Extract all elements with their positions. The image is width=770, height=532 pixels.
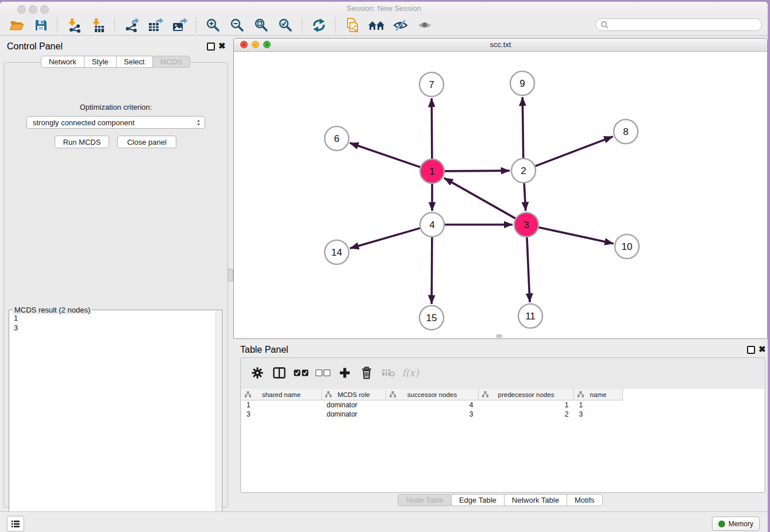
minimize-window-light[interactable] — [29, 5, 37, 14]
import-network-icon[interactable] — [64, 17, 84, 34]
column-header-predecessor_nodes[interactable]: predecessor nodes — [479, 389, 574, 400]
hide-selected-icon[interactable] — [391, 17, 410, 34]
memory-button[interactable]: Memory — [712, 516, 760, 531]
graph-node-label-15: 15 — [426, 313, 437, 323]
save-session-icon[interactable] — [31, 17, 51, 34]
zoom-window-light[interactable] — [40, 5, 49, 14]
graph-edge-4-14[interactable] — [350, 228, 420, 248]
graph-edge-2-8[interactable] — [536, 137, 613, 167]
table-cell-successor_nodes[interactable]: 3 — [386, 410, 479, 419]
graph-edge-1-6[interactable] — [350, 143, 420, 167]
close-panel-button[interactable]: Close panel — [117, 136, 176, 148]
node-table-area: shared nameMCDS rolesuccessor nodesprede… — [241, 389, 764, 492]
control-panel-tabs: NetworkStyleSelectMCDS — [0, 56, 232, 68]
graph-edge-1-2[interactable] — [445, 171, 510, 171]
maximize-view-icon[interactable]: + — [263, 41, 271, 48]
select-all-columns-icon[interactable] — [290, 364, 312, 381]
close-table-panel-icon[interactable]: ✖ — [759, 346, 765, 353]
deselect-all-columns-icon[interactable] — [312, 364, 334, 381]
graph-edge-1-7[interactable] — [432, 98, 432, 159]
create-column-icon[interactable] — [334, 364, 356, 381]
memory-label: Memory — [729, 520, 753, 528]
export-table-icon[interactable] — [146, 17, 165, 34]
table-cell-name[interactable]: 3 — [574, 410, 623, 419]
graph-edge-4-15[interactable] — [432, 237, 432, 304]
criterion-select[interactable]: strongly connected component ▲▼ — [26, 116, 205, 129]
table-cell-mcds_role[interactable]: dominator — [322, 410, 386, 419]
task-history-button[interactable] — [7, 516, 24, 531]
column-header-mcds_role[interactable]: MCDS role — [322, 389, 386, 400]
tab-style[interactable]: Style — [84, 56, 117, 68]
close-window-light[interactable] — [17, 5, 26, 14]
optimization-criterion-label: Optimization criterion: — [4, 103, 228, 111]
graph-edge-2-9[interactable] — [522, 97, 523, 158]
tab-edge-table[interactable]: Edge Table — [451, 494, 505, 506]
float-table-panel-icon[interactable] — [747, 346, 754, 353]
graph-edge-2-3[interactable] — [524, 183, 526, 211]
open-session-icon[interactable] — [7, 17, 26, 34]
network-window-titlebar[interactable]: × − + scc.txt — [234, 38, 767, 52]
network-view-window: × − + scc.txt 7968124314101511 — [233, 38, 768, 339]
network-graph[interactable]: 7968124314101511 — [234, 51, 767, 338]
close-view-icon[interactable]: × — [240, 41, 248, 48]
import-table-icon[interactable] — [88, 17, 108, 34]
zoom-in-icon[interactable] — [203, 17, 223, 34]
memory-status-icon — [718, 521, 725, 527]
column-header-shared_name[interactable]: shared name — [241, 389, 322, 400]
show-all-icon[interactable] — [415, 17, 434, 34]
tab-mcds[interactable]: MCDS — [152, 56, 190, 68]
graph-edge-3-10[interactable] — [538, 228, 613, 244]
table-cell-predecessor_nodes[interactable]: 1 — [479, 400, 574, 410]
table-cell-name[interactable]: 1 — [574, 400, 623, 410]
float-panel-icon[interactable] — [207, 43, 214, 49]
minimize-view-icon[interactable]: − — [252, 41, 259, 48]
delete-table-icon[interactable] — [378, 364, 399, 381]
table-row[interactable]: 3dominator323 — [241, 410, 764, 419]
table-tabs: Node TableEdge TableNetwork TableMotifs — [233, 494, 768, 506]
search-input[interactable] — [609, 20, 761, 30]
table-cell-successor_nodes[interactable]: 4 — [386, 400, 479, 410]
table-cell-shared_name[interactable]: 1 — [241, 400, 322, 410]
tab-network-table[interactable]: Network Table — [504, 494, 567, 506]
function-builder-icon[interactable]: f(x) — [399, 364, 421, 381]
tab-node-table[interactable]: Node Table — [398, 494, 452, 506]
table-settings-gear-icon[interactable] — [247, 364, 268, 381]
graph-node-label-10: 10 — [622, 241, 633, 252]
show-columns-icon[interactable] — [268, 364, 290, 381]
zoom-fit-icon[interactable] — [252, 17, 271, 34]
graph-node-label-14: 14 — [332, 247, 342, 258]
column-header-name[interactable]: name — [574, 389, 623, 400]
table-cell-mcds_role[interactable]: dominator — [322, 400, 386, 410]
table-row[interactable]: 1dominator411 — [241, 400, 764, 410]
graph-node-label-2: 2 — [521, 165, 526, 176]
close-panel-icon[interactable]: ✖ — [218, 43, 225, 49]
run-mcds-button[interactable]: Run MCDS — [55, 136, 109, 148]
view-resize-grip[interactable] — [496, 334, 502, 338]
toolbar-separator — [302, 18, 303, 33]
first-neighbors-icon[interactable] — [367, 17, 386, 34]
zoom-selected-icon[interactable] — [276, 17, 295, 34]
delete-columns-icon[interactable] — [356, 364, 378, 381]
toolbar-separator — [114, 18, 116, 33]
panel-splitter-handle[interactable] — [228, 269, 233, 282]
graph-edge-3-11[interactable] — [527, 237, 530, 302]
apply-layout-icon[interactable] — [309, 17, 329, 34]
table-cell-predecessor_nodes[interactable]: 2 — [479, 410, 574, 419]
export-network-icon[interactable] — [122, 17, 141, 34]
column-header-successor_nodes[interactable]: successor nodes — [386, 389, 479, 400]
export-image-icon[interactable] — [170, 17, 190, 34]
new-network-from-selection-icon[interactable] — [342, 17, 362, 34]
tab-motifs[interactable]: Motifs — [567, 494, 603, 506]
search-field[interactable] — [595, 18, 762, 31]
zoom-out-icon[interactable] — [228, 17, 247, 34]
graph-edge-3-1[interactable] — [444, 178, 515, 218]
search-icon — [600, 21, 609, 29]
status-bar: Memory — [0, 511, 768, 532]
toolbar-separator — [196, 18, 197, 33]
tab-select[interactable]: Select — [116, 56, 153, 68]
result-scrollbar[interactable] — [215, 311, 221, 527]
tab-network[interactable]: Network — [41, 56, 84, 68]
table-panel-body: f(x) shared nameMCDS rolesuccessor nodes… — [240, 357, 765, 493]
table-cell-shared_name[interactable]: 3 — [241, 410, 322, 419]
criterion-selected-value: strongly connected component — [33, 118, 134, 127]
